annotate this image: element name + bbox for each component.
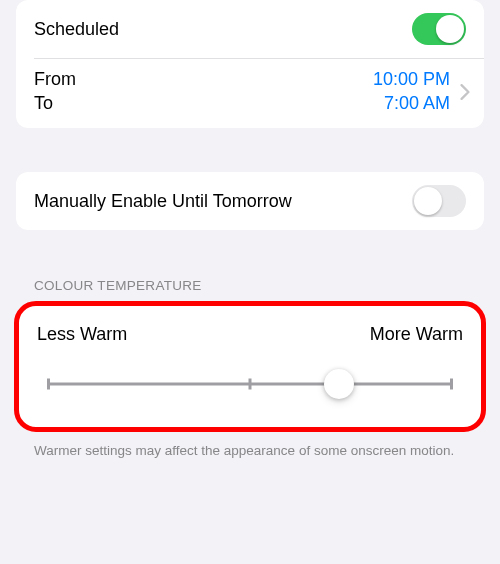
manual-enable-row[interactable]: Manually Enable Until Tomorrow: [16, 172, 484, 230]
slider-thumb[interactable]: [324, 369, 354, 399]
scheduled-card: Scheduled From To 10:00 PM 7:00 AM: [16, 0, 484, 128]
scheduled-label: Scheduled: [34, 19, 412, 40]
temperature-slider[interactable]: [47, 369, 453, 399]
schedule-values: 10:00 PM 7:00 AM: [373, 69, 450, 114]
slider-tick-min: [47, 379, 50, 390]
schedule-time-row[interactable]: From To 10:00 PM 7:00 AM: [16, 59, 484, 128]
scheduled-toggle[interactable]: [412, 13, 466, 45]
chevron-right-icon: [456, 84, 474, 100]
to-label: To: [34, 93, 373, 114]
slider-tick-max: [450, 379, 453, 390]
more-warm-label: More Warm: [370, 324, 463, 345]
manual-enable-card: Manually Enable Until Tomorrow: [16, 172, 484, 230]
to-value: 7:00 AM: [373, 93, 450, 114]
colour-temperature-header: COLOUR TEMPERATURE: [16, 278, 484, 301]
toggle-knob: [414, 187, 442, 215]
from-label: From: [34, 69, 373, 90]
temperature-footer: Warmer settings may affect the appearanc…: [16, 432, 484, 460]
slider-labels: Less Warm More Warm: [37, 324, 463, 345]
from-value: 10:00 PM: [373, 69, 450, 90]
slider-tick-mid: [249, 379, 252, 390]
manual-enable-label: Manually Enable Until Tomorrow: [34, 191, 412, 212]
schedule-labels: From To: [34, 69, 373, 114]
manual-enable-toggle[interactable]: [412, 185, 466, 217]
scheduled-row[interactable]: Scheduled: [16, 0, 484, 58]
temperature-highlight: Less Warm More Warm: [14, 301, 486, 432]
toggle-knob: [436, 15, 464, 43]
less-warm-label: Less Warm: [37, 324, 127, 345]
